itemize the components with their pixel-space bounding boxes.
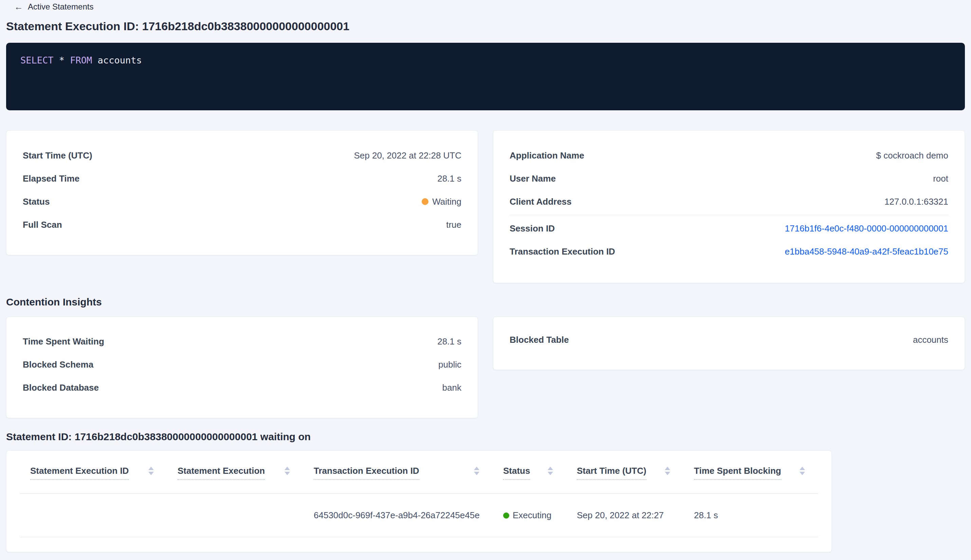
user-name-label: User Name xyxy=(510,173,556,184)
cell-start-time: Sep 20, 2022 at 22:27 xyxy=(577,510,694,521)
cell-time-spent-blocking: 28.1 s xyxy=(694,510,819,521)
sql-keyword-select: SELECT xyxy=(20,55,53,65)
table-header-row: Statement Execution ID Statement Executi… xyxy=(20,451,818,494)
user-name-row: User Name root xyxy=(510,167,948,190)
blocked-table-value: accounts xyxy=(913,335,948,345)
back-arrow-icon: ← xyxy=(14,2,23,11)
session-id-row: Session ID 1716b1f6-4e0c-f480-0000-00000… xyxy=(510,217,948,240)
status-row: Status Waiting xyxy=(23,190,461,213)
column-header-start-time[interactable]: Start Time (UTC) xyxy=(577,466,694,480)
column-header-statement-execution-id[interactable]: Statement Execution ID xyxy=(30,466,178,480)
time-spent-waiting-row: Time Spent Waiting 28.1 s xyxy=(23,330,461,353)
sort-icon[interactable] xyxy=(665,467,670,475)
statement-execution-details-page: ← Active Statements Statement Execution … xyxy=(0,0,971,560)
column-header-time-spent-blocking[interactable]: Time Spent Blocking xyxy=(694,466,819,480)
cell-transaction-execution-id: 64530d0c-969f-437e-a9b4-26a72245e45e xyxy=(314,510,503,521)
column-header-label: Time Spent Blocking xyxy=(694,466,781,480)
column-header-statement-execution[interactable]: Statement Execution xyxy=(178,466,314,480)
column-header-label: Statement Execution ID xyxy=(30,466,128,480)
application-name-label: Application Name xyxy=(510,150,584,161)
sort-icon[interactable] xyxy=(148,467,154,475)
client-address-label: Client Address xyxy=(510,197,572,207)
column-header-label: Statement Execution xyxy=(178,466,265,480)
waiting-status-dot-icon xyxy=(422,198,429,205)
application-name-value: $ cockroach demo xyxy=(876,150,948,161)
blocked-schema-value: public xyxy=(438,359,461,370)
overview-left-card: Start Time (UTC) Sep 20, 2022 at 22:28 U… xyxy=(6,130,478,255)
transaction-execution-id-label: Transaction Execution ID xyxy=(510,247,615,257)
back-link-label: Active Statements xyxy=(28,2,93,12)
full-scan-row: Full Scan true xyxy=(23,213,461,236)
elapsed-time-label: Elapsed Time xyxy=(23,173,80,184)
time-spent-waiting-value: 28.1 s xyxy=(437,336,461,347)
contention-insights-title: Contention Insights xyxy=(6,295,965,309)
transaction-execution-id-row: Transaction Execution ID e1bba458-5948-4… xyxy=(510,240,948,263)
contention-right-card: Blocked Table accounts xyxy=(493,317,965,370)
column-header-status[interactable]: Status xyxy=(503,466,577,480)
elapsed-time-row: Elapsed Time 28.1 s xyxy=(23,167,461,190)
sql-statement-box: SELECT * FROM accounts xyxy=(6,43,965,110)
waiting-on-title: Statement ID: 1716b218dc0b38380000000000… xyxy=(6,430,965,443)
start-time-row: Start Time (UTC) Sep 20, 2022 at 22:28 U… xyxy=(23,144,461,167)
start-time-label: Start Time (UTC) xyxy=(23,150,92,161)
full-scan-value: true xyxy=(446,220,461,230)
client-address-row: Client Address 127.0.0.1:63321 xyxy=(510,190,948,213)
blocked-schema-label: Blocked Schema xyxy=(23,359,93,370)
sql-text: * xyxy=(53,55,70,65)
overview-cards-row: Start Time (UTC) Sep 20, 2022 at 22:28 U… xyxy=(6,130,965,283)
executing-status-dot-icon xyxy=(503,512,509,518)
page-title: Statement Execution ID: 1716b218dc0b3838… xyxy=(6,19,965,33)
status-value: Waiting xyxy=(422,197,461,207)
user-name-value: root xyxy=(933,173,948,184)
transaction-execution-id-link[interactable]: e1bba458-5948-40a9-a42f-5feac1b10e75 xyxy=(785,247,948,257)
status-label: Status xyxy=(23,197,50,207)
contention-left-card: Time Spent Waiting 28.1 s Blocked Schema… xyxy=(6,317,478,418)
blocked-schema-row: Blocked Schema public xyxy=(23,353,461,376)
client-address-value: 127.0.0.1:63321 xyxy=(884,197,948,207)
application-name-row: Application Name $ cockroach demo xyxy=(510,144,948,167)
contention-cards-row: Time Spent Waiting 28.1 s Blocked Schema… xyxy=(6,317,965,418)
full-scan-label: Full Scan xyxy=(23,220,62,230)
sql-table-name: accounts xyxy=(92,55,142,65)
time-spent-waiting-label: Time Spent Waiting xyxy=(23,336,104,347)
sort-icon[interactable] xyxy=(548,467,553,475)
column-header-label: Transaction Execution ID xyxy=(314,466,419,480)
sort-icon[interactable] xyxy=(799,467,805,475)
session-id-label: Session ID xyxy=(510,223,555,234)
sql-keyword-from: FROM xyxy=(70,55,92,65)
back-link-active-statements[interactable]: ← Active Statements xyxy=(14,0,93,11)
column-header-label: Status xyxy=(503,466,530,480)
blocked-table-label: Blocked Table xyxy=(510,335,569,345)
cell-status-text: Executing xyxy=(513,510,551,521)
start-time-value: Sep 20, 2022 at 22:28 UTC xyxy=(354,150,461,161)
session-id-link[interactable]: 1716b1f6-4e0c-f480-0000-000000000001 xyxy=(785,223,948,234)
column-header-label: Start Time (UTC) xyxy=(577,466,646,480)
overview-right-card: Application Name $ cockroach demo User N… xyxy=(493,130,965,283)
column-header-transaction-execution-id[interactable]: Transaction Execution ID xyxy=(314,466,503,480)
blocked-database-row: Blocked Database bank xyxy=(23,376,461,399)
cell-status: Executing xyxy=(503,510,577,521)
status-value-text: Waiting xyxy=(432,197,461,207)
blocked-database-value: bank xyxy=(442,382,461,393)
blocked-table-row: Blocked Table accounts xyxy=(510,328,948,351)
elapsed-time-value: 28.1 s xyxy=(437,173,461,184)
sort-icon[interactable] xyxy=(285,467,290,475)
blocked-database-label: Blocked Database xyxy=(23,382,99,393)
table-row: 64530d0c-969f-437e-a9b4-26a72245e45e Exe… xyxy=(20,494,818,537)
sort-icon[interactable] xyxy=(474,467,479,475)
waiting-statements-table-card: Statement Execution ID Statement Executi… xyxy=(6,450,832,552)
